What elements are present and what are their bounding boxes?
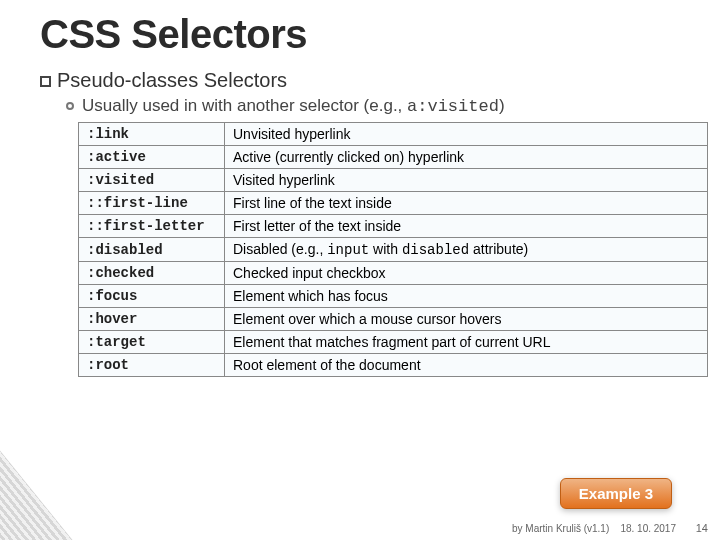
ring-bullet-icon <box>66 102 74 110</box>
subline-code: a:visited <box>407 97 499 116</box>
table-row: :rootRoot element of the document <box>79 354 708 377</box>
table-row: ::first-letterFirst letter of the text i… <box>79 215 708 238</box>
selector-cell: :link <box>79 123 225 146</box>
subline-prefix: Usually used in with another selector (e… <box>82 96 407 115</box>
selector-cell: :active <box>79 146 225 169</box>
table-row: :linkUnvisited hyperlink <box>79 123 708 146</box>
selector-cell: ::first-letter <box>79 215 225 238</box>
selector-cell: :focus <box>79 285 225 308</box>
footer-date: 18. 10. 2017 <box>620 523 676 534</box>
corner-decoration-icon <box>0 424 98 540</box>
selectors-table: :linkUnvisited hyperlink:activeActive (c… <box>78 122 708 377</box>
table-row: :disabledDisabled (e.g., input with disa… <box>79 238 708 262</box>
table-row: :targetElement that matches fragment par… <box>79 331 708 354</box>
example-badge: Example 3 <box>560 478 672 509</box>
footer-author: by Martin Kruliš (v1.1) <box>512 523 609 534</box>
description-cell: Element over which a mouse cursor hovers <box>225 308 708 331</box>
subhead-rest: Selectors <box>204 69 287 91</box>
selector-cell: ::first-line <box>79 192 225 215</box>
description-cell: First letter of the text inside <box>225 215 708 238</box>
description-cell: Disabled (e.g., input with disabled attr… <box>225 238 708 262</box>
table-row: :focusElement which has focus <box>79 285 708 308</box>
selector-cell: :disabled <box>79 238 225 262</box>
description-cell: Checked input checkbox <box>225 262 708 285</box>
subline: Usually used in with another selector (e… <box>66 96 688 116</box>
selector-cell: :checked <box>79 262 225 285</box>
page-number: 14 <box>696 522 708 534</box>
description-cell: Root element of the document <box>225 354 708 377</box>
description-cell: Unvisited hyperlink <box>225 123 708 146</box>
square-bullet-icon <box>40 76 51 87</box>
description-cell: Active (currently clicked on) hyperlink <box>225 146 708 169</box>
selector-cell: :visited <box>79 169 225 192</box>
description-cell: Element which has focus <box>225 285 708 308</box>
subhead-prefix: Pseudo-classes <box>57 69 204 91</box>
footer: by Martin Kruliš (v1.1) 18. 10. 2017 <box>512 523 676 534</box>
selector-cell: :target <box>79 331 225 354</box>
table-row: :visitedVisited hyperlink <box>79 169 708 192</box>
selector-cell: :hover <box>79 308 225 331</box>
subline-suffix: ) <box>499 96 505 115</box>
description-cell: First line of the text inside <box>225 192 708 215</box>
description-cell: Visited hyperlink <box>225 169 708 192</box>
table-row: :checkedChecked input checkbox <box>79 262 708 285</box>
page-title: CSS Selectors <box>40 12 688 57</box>
subheading: Pseudo-classes Selectors <box>40 69 688 92</box>
table-row: :hoverElement over which a mouse cursor … <box>79 308 708 331</box>
table-row: ::first-lineFirst line of the text insid… <box>79 192 708 215</box>
selector-cell: :root <box>79 354 225 377</box>
description-cell: Element that matches fragment part of cu… <box>225 331 708 354</box>
slide: CSS Selectors Pseudo-classes Selectors U… <box>0 0 720 540</box>
table-row: :activeActive (currently clicked on) hyp… <box>79 146 708 169</box>
